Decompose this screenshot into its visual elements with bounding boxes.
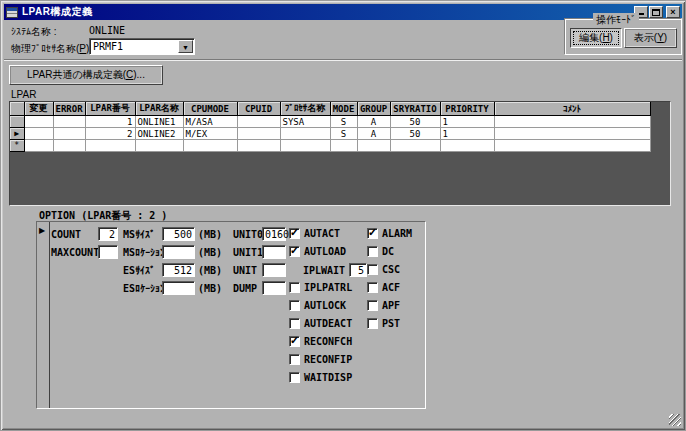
checkbox-icon[interactable] bbox=[289, 246, 300, 257]
checkbox-icon[interactable] bbox=[367, 246, 378, 257]
col-header-processor-name[interactable]: ﾌﾟﾛｾｻ名称 bbox=[280, 102, 330, 116]
unit0-field[interactable]: 0160 bbox=[262, 227, 286, 241]
grid-cell[interactable]: 50 bbox=[390, 128, 440, 140]
grid-cell[interactable]: SYSA bbox=[280, 116, 330, 128]
checkbox-icon[interactable] bbox=[289, 372, 300, 383]
grid-cell[interactable]: A bbox=[357, 128, 390, 140]
grid-cell[interactable] bbox=[24, 128, 53, 140]
grid-cell[interactable] bbox=[494, 116, 650, 128]
col-header-lpar-name[interactable]: LPAR名称 bbox=[135, 102, 183, 116]
col-header-lpar-number[interactable]: LPAR番号 bbox=[85, 102, 135, 116]
col-header-error[interactable]: ERROR bbox=[53, 102, 85, 116]
es-size-field[interactable]: 512 bbox=[162, 263, 195, 277]
es-location-field[interactable] bbox=[162, 281, 195, 295]
grid-cell[interactable] bbox=[135, 140, 183, 152]
autload-checkbox[interactable]: AUTLOAD bbox=[289, 245, 346, 258]
count-field[interactable]: 2 bbox=[98, 227, 118, 241]
alarm-checkbox[interactable]: ALARM bbox=[367, 227, 412, 240]
grid-cell[interactable]: M/ASA bbox=[183, 116, 237, 128]
dc-checkbox[interactable]: DC bbox=[367, 245, 394, 258]
checkbox-icon[interactable] bbox=[367, 282, 378, 293]
grid-cell[interactable] bbox=[494, 128, 650, 140]
autdeact-checkbox[interactable]: AUTDEACT bbox=[289, 317, 352, 330]
row-selector[interactable] bbox=[10, 116, 24, 128]
grid-cell[interactable]: 1 bbox=[440, 116, 494, 128]
grid-cell[interactable]: ONLINE2 bbox=[135, 128, 183, 140]
apf-checkbox[interactable]: APF bbox=[367, 299, 400, 312]
grid-cell[interactable] bbox=[53, 140, 85, 152]
grid-cell[interactable] bbox=[53, 128, 85, 140]
row-selector-header[interactable] bbox=[10, 102, 24, 116]
grid-cell[interactable]: M/EX bbox=[183, 128, 237, 140]
row-selector-current[interactable]: ▶ bbox=[10, 128, 24, 140]
grid-cell[interactable] bbox=[237, 116, 280, 128]
processor-name-combobox[interactable]: PRMF1 ▼ bbox=[89, 38, 195, 55]
grid-cell[interactable] bbox=[357, 140, 390, 152]
checkbox-icon[interactable] bbox=[289, 336, 300, 347]
grid-cell[interactable]: 50 bbox=[390, 116, 440, 128]
grid-cell[interactable]: ONLINE1 bbox=[135, 116, 183, 128]
autact-checkbox[interactable]: AUTACT bbox=[289, 227, 340, 240]
col-header-comment[interactable]: ｺﾒﾝﾄ bbox=[494, 102, 650, 116]
unit-field[interactable] bbox=[262, 263, 286, 277]
col-header-cpuid[interactable]: CPUID bbox=[237, 102, 280, 116]
dump-field[interactable] bbox=[262, 281, 286, 295]
pst-checkbox[interactable]: PST bbox=[367, 317, 400, 330]
col-header-mode[interactable]: MODE bbox=[330, 102, 357, 116]
lpar-common-config-button[interactable]: LPAR共通の構成定義(C)... bbox=[9, 65, 163, 85]
grid-cell[interactable] bbox=[237, 128, 280, 140]
checkbox-icon[interactable] bbox=[367, 300, 378, 311]
maxcount-field[interactable] bbox=[98, 245, 118, 259]
edit-mode-button[interactable]: 編集(H) bbox=[570, 28, 622, 48]
grid-cell[interactable]: 2 bbox=[85, 128, 135, 140]
grid-cell[interactable] bbox=[440, 140, 494, 152]
grid-cell[interactable]: S bbox=[330, 128, 357, 140]
row-selector-new[interactable]: * bbox=[10, 140, 24, 152]
grid-cell[interactable] bbox=[85, 140, 135, 152]
csc-checkbox[interactable]: CSC bbox=[367, 263, 400, 276]
iplwait-field[interactable]: 5 bbox=[349, 263, 367, 277]
checkbox-icon[interactable] bbox=[289, 300, 300, 311]
grid-cell[interactable] bbox=[280, 140, 330, 152]
reconfch-checkbox[interactable]: RECONFCH bbox=[289, 335, 352, 348]
acf-checkbox[interactable]: ACF bbox=[367, 281, 400, 294]
grid-cell[interactable] bbox=[280, 128, 330, 140]
col-header-cpumode[interactable]: CPUMODE bbox=[183, 102, 237, 116]
grid-cell[interactable] bbox=[24, 140, 53, 152]
col-header-group[interactable]: GROUP bbox=[357, 102, 390, 116]
iplpatrl-checkbox[interactable]: IPLPATRL bbox=[289, 281, 352, 294]
col-header-sryratio[interactable]: SRYRATIO bbox=[390, 102, 440, 116]
checkbox-icon[interactable] bbox=[367, 228, 378, 239]
grid-cell[interactable] bbox=[330, 140, 357, 152]
unit1-field[interactable] bbox=[262, 245, 286, 259]
col-header-change[interactable]: 変更 bbox=[24, 102, 53, 116]
maximize-button[interactable] bbox=[649, 6, 663, 18]
resize-grip[interactable] bbox=[669, 414, 681, 426]
checkbox-icon[interactable] bbox=[289, 354, 300, 365]
grid-cell[interactable] bbox=[494, 140, 650, 152]
option-record-selector[interactable]: ▶ bbox=[37, 222, 50, 408]
reconfip-checkbox[interactable]: RECONFIP bbox=[289, 353, 352, 366]
grid-cell[interactable] bbox=[24, 116, 53, 128]
waitdisp-checkbox[interactable]: WAITDISP bbox=[289, 371, 352, 384]
grid-cell[interactable]: 1 bbox=[440, 128, 494, 140]
grid-cell[interactable]: S bbox=[330, 116, 357, 128]
checkbox-icon[interactable] bbox=[289, 228, 300, 239]
grid-cell[interactable] bbox=[237, 140, 280, 152]
ms-location-field[interactable] bbox=[162, 245, 195, 259]
grid-cell[interactable] bbox=[183, 140, 237, 152]
grid-cell[interactable] bbox=[53, 116, 85, 128]
ms-size-field[interactable]: 500 bbox=[162, 227, 195, 241]
checkbox-icon[interactable] bbox=[289, 318, 300, 329]
grid-cell[interactable]: 1 bbox=[85, 116, 135, 128]
autlock-checkbox[interactable]: AUTLOCK bbox=[289, 299, 346, 312]
chevron-down-icon[interactable]: ▼ bbox=[178, 40, 193, 53]
grid-cell[interactable] bbox=[390, 140, 440, 152]
view-mode-button[interactable]: 表示(Y) bbox=[624, 28, 677, 48]
checkbox-icon[interactable] bbox=[367, 318, 378, 329]
checkbox-icon[interactable] bbox=[289, 282, 300, 293]
col-header-priority[interactable]: PRIORITY bbox=[440, 102, 494, 116]
close-button[interactable]: × bbox=[666, 6, 680, 18]
checkbox-icon[interactable] bbox=[367, 264, 378, 275]
grid-cell[interactable]: A bbox=[357, 116, 390, 128]
